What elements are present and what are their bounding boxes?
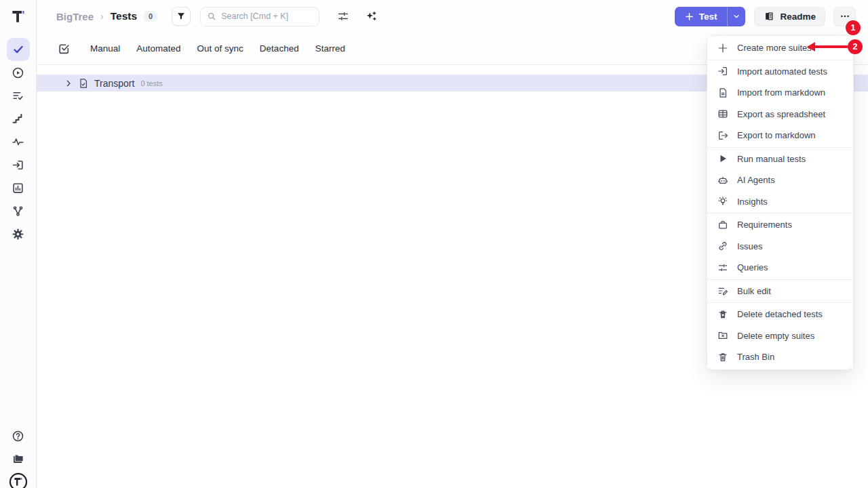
menu-item-import-from-markdown[interactable]: Import from markdown — [707, 82, 853, 104]
tab-starred[interactable]: Starred — [315, 43, 345, 54]
menu-item-trash-bin[interactable]: Trash Bin — [707, 346, 853, 368]
ellipsis-icon — [840, 11, 850, 22]
sidebar-item-reports[interactable] — [7, 176, 30, 199]
avatar — [9, 472, 28, 488]
menu-item-label: Delete detached tests — [737, 309, 823, 319]
list-check-icon — [12, 89, 24, 102]
plus-icon — [685, 12, 694, 21]
readme-label: Readme — [780, 12, 816, 22]
robot-icon — [717, 175, 728, 186]
annotation-arrow-head — [807, 42, 815, 52]
menu-item-export-to-markdown[interactable]: Export to markdown — [707, 125, 853, 146]
sidebar-bottom — [7, 424, 30, 488]
tab-out-of-sync[interactable]: Out of sync — [197, 43, 243, 54]
sidebar-item-test-plans[interactable] — [7, 84, 30, 107]
sidebar-nav — [7, 38, 30, 245]
menu-item-label: Run manual tests — [737, 154, 806, 164]
sidebar-item-milestones[interactable] — [7, 107, 30, 130]
bar-chart-icon — [12, 182, 24, 195]
menu-item-label: Queries — [737, 262, 768, 272]
menu-item-issues[interactable]: Issues — [707, 236, 853, 258]
steps-icon — [12, 113, 24, 125]
funnel-icon — [176, 12, 186, 21]
readme-button[interactable]: Readme — [754, 7, 825, 26]
app-logo[interactable] — [7, 5, 30, 28]
sliders-icon — [717, 262, 728, 273]
list-pencil-icon — [717, 285, 728, 296]
search-box[interactable] — [200, 7, 319, 26]
more-actions-menu: Create more suites Import automated test… — [707, 35, 854, 370]
annotation-badge-1: 1 — [846, 20, 861, 35]
menu-item-label: Bulk edit — [737, 286, 771, 296]
menu-item-label: Export as spreadsheet — [737, 109, 825, 119]
annotation-badge-2: 2 — [848, 39, 863, 54]
menu-item-import-automated-tests[interactable]: Import automated tests — [707, 61, 853, 83]
check-icon — [12, 43, 24, 56]
create-test-button[interactable]: Test — [675, 7, 728, 26]
tab-detached[interactable]: Detached — [260, 43, 299, 54]
menu-item-bulk-edit[interactable]: Bulk edit — [707, 281, 853, 302]
sidebar-item-settings[interactable] — [7, 222, 30, 245]
select-all-button[interactable] — [58, 42, 71, 55]
trash-icon — [717, 352, 728, 363]
top-bar: BigTree › Tests 0 Test — [37, 0, 868, 33]
menu-item-queries[interactable]: Queries — [707, 257, 853, 279]
sidebar-item-projects[interactable] — [7, 447, 30, 470]
sidebar-item-pulse[interactable] — [7, 130, 30, 153]
create-test-dropdown-button[interactable] — [727, 7, 745, 26]
filter-button[interactable] — [172, 7, 191, 26]
menu-item-delete-empty-suites[interactable]: Delete empty suites — [707, 325, 853, 347]
export-box-icon — [717, 130, 728, 141]
test-file-icon — [78, 78, 89, 89]
menu-item-insights[interactable]: Insights — [707, 191, 853, 213]
breadcrumb-separator: › — [100, 11, 104, 22]
chevron-down-icon — [732, 12, 741, 20]
ai-assistant-button[interactable] — [364, 9, 378, 23]
menu-item-label: Delete empty suites — [737, 331, 814, 341]
menu-divider — [707, 279, 853, 280]
book-icon — [764, 11, 774, 22]
folders-icon — [12, 452, 25, 466]
menu-item-label: Export to markdown — [737, 130, 816, 140]
folder-x-icon — [717, 330, 728, 341]
play-circle-icon — [12, 66, 24, 79]
briefcase-icon — [717, 220, 728, 230]
menu-item-label: Trash Bin — [737, 352, 774, 362]
menu-item-ai-agents[interactable]: AI Agents — [707, 169, 853, 191]
menu-item-run-manual-tests[interactable]: Run manual tests — [707, 148, 853, 170]
lightbulb-icon — [717, 196, 728, 207]
import-box-icon — [12, 159, 24, 171]
sparkles-icon — [365, 10, 378, 23]
search-input[interactable] — [221, 12, 309, 21]
sidebar-item-account[interactable] — [7, 470, 30, 488]
chevron-right-icon[interactable] — [64, 79, 73, 87]
menu-item-export-as-spreadsheet[interactable]: Export as spreadsheet — [707, 104, 853, 125]
suite-test-count: 0 tests — [140, 79, 162, 87]
menu-item-label: Import from markdown — [737, 87, 825, 98]
breadcrumb-project[interactable]: BigTree — [56, 11, 94, 22]
view-settings-button[interactable] — [336, 9, 350, 23]
menu-item-requirements[interactable]: Requirements — [707, 214, 853, 236]
sidebar-item-branches[interactable] — [7, 199, 30, 222]
sidebar-item-import[interactable] — [7, 153, 30, 176]
menu-item-label: Requirements — [737, 220, 792, 230]
trash-x-icon — [717, 309, 728, 320]
menu-item-delete-detached-tests[interactable]: Delete detached tests — [707, 304, 853, 325]
tests-count-badge: 0 — [144, 11, 157, 22]
pulse-icon — [12, 136, 24, 148]
sidebar-item-help[interactable] — [7, 424, 30, 447]
create-test-split-button: Test — [675, 7, 746, 26]
sidebar-item-tests[interactable] — [7, 38, 30, 61]
menu-item-label: Create more suites — [737, 43, 812, 53]
sliders-icon — [337, 10, 349, 22]
branch-icon — [12, 205, 24, 218]
sidebar-item-runs[interactable] — [7, 61, 30, 84]
file-document-icon — [717, 87, 728, 98]
menu-item-label: Import automated tests — [737, 66, 827, 77]
create-test-label: Test — [699, 12, 717, 22]
menu-item-label: Issues — [737, 241, 763, 251]
help-circle-icon — [12, 430, 24, 443]
tab-automated[interactable]: Automated — [136, 43, 180, 54]
search-icon — [207, 12, 216, 21]
tab-manual[interactable]: Manual — [90, 43, 120, 54]
